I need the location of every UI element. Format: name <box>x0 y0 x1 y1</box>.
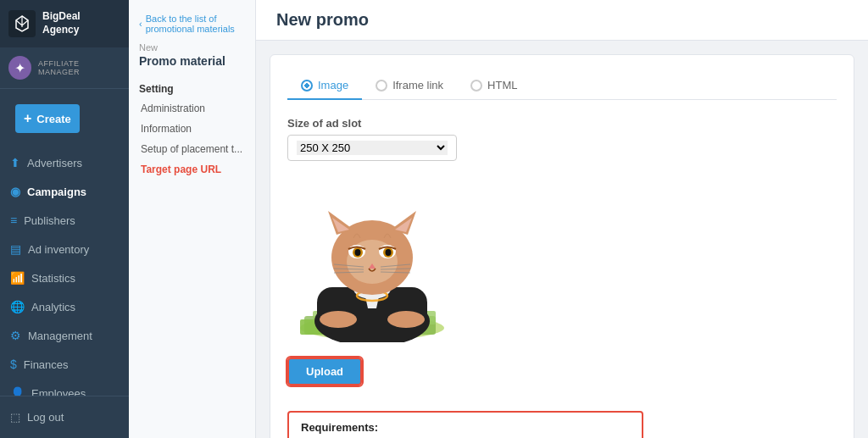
sidebar-logo: BigDeal Agency <box>0 0 129 47</box>
sub-sidebar-new-label: New <box>129 42 255 54</box>
sidebar-footer: ⬚ Log out <box>0 396 129 438</box>
campaigns-icon: ◉ <box>10 185 20 198</box>
sidebar-item-advertisers[interactable]: ⬆ Advertisers <box>0 148 129 177</box>
upload-button[interactable]: Upload <box>287 358 362 385</box>
sidebar-item-publishers[interactable]: ≡ Publishers <box>0 206 129 235</box>
logout-button[interactable]: ⬚ Log out <box>0 403 129 431</box>
main-nav: ⬆ Advertisers ◉ Campaigns ≡ Publishers ▤… <box>0 148 129 396</box>
tab-image[interactable]: Image <box>287 72 362 100</box>
advertisers-icon: ⬆ <box>10 156 20 169</box>
requirements-box: Requirements: Format: png .jpg .jpeg .gi… <box>287 411 643 438</box>
logo-icon <box>8 10 36 37</box>
iframe-radio-icon <box>376 80 387 91</box>
sidebar-item-statistics[interactable]: 📶 Statistics <box>0 263 129 292</box>
analytics-icon: 🌐 <box>10 300 25 313</box>
svg-point-22 <box>386 249 392 256</box>
image-radio-icon <box>301 80 313 91</box>
sub-nav-item-administration[interactable]: Administration <box>129 98 255 119</box>
svg-point-31 <box>387 311 425 328</box>
sidebar: BigDeal Agency ✦ AFFILIATE MANAGER + Cre… <box>0 0 129 438</box>
affiliate-manager-section: ✦ AFFILIATE MANAGER <box>0 47 129 89</box>
tab-html[interactable]: HTML <box>457 72 531 100</box>
sub-sidebar: ‹ Back to the list of promotional materi… <box>129 0 256 438</box>
promo-tabs: Image Iframe link HTML <box>287 72 837 100</box>
affiliate-label: AFFILIATE MANAGER <box>38 59 120 76</box>
sidebar-item-employees[interactable]: 👤 Employees <box>0 379 129 396</box>
back-chevron-icon: ‹ <box>139 19 142 29</box>
back-link[interactable]: ‹ Back to the list of promotional materi… <box>129 8 255 42</box>
page-title: New promo <box>276 10 369 30</box>
image-preview-area: $100 $100 <box>287 175 837 344</box>
main-header: New promo <box>256 0 868 41</box>
plus-icon: + <box>24 111 31 126</box>
sub-nav-group-setting: Setting <box>129 78 255 98</box>
svg-point-21 <box>355 249 361 256</box>
create-button[interactable]: + Create <box>15 104 80 133</box>
sidebar-item-campaigns[interactable]: ◉ Campaigns <box>0 177 129 206</box>
ad-slot-label: Size of ad slot <box>287 117 837 130</box>
html-radio-icon <box>470 80 482 91</box>
requirements-title: Requirements: <box>301 421 630 434</box>
brand-name: BigDeal Agency <box>42 10 81 36</box>
ad-inventory-icon: ▤ <box>10 242 21 256</box>
content-area: Image Iframe link HTML Size of ad slot 2… <box>256 41 868 438</box>
management-icon: ⚙ <box>10 329 21 342</box>
sub-sidebar-main-title: Promo material <box>129 54 255 78</box>
cat-image: $100 $100 <box>287 177 457 342</box>
sidebar-item-ad-inventory[interactable]: ▤ Ad inventory <box>0 235 129 263</box>
ad-slot-dropdown[interactable]: 250 X 250 300 X 250 728 X 90 160 X 600 <box>297 141 448 155</box>
tab-iframe-link[interactable]: Iframe link <box>362 72 457 100</box>
sidebar-item-analytics[interactable]: 🌐 Analytics <box>0 292 129 321</box>
finances-icon: $ <box>10 358 17 371</box>
sub-nav-item-setup-placement[interactable]: Setup of placement t... <box>129 139 255 159</box>
employees-icon: 👤 <box>10 386 25 396</box>
svg-point-30 <box>320 311 357 328</box>
statistics-icon: 📶 <box>10 271 25 285</box>
main-content: New promo Image Iframe link HTML Si <box>256 0 868 438</box>
sub-nav-item-information[interactable]: Information <box>129 119 255 139</box>
logout-icon: ⬚ <box>10 411 20 424</box>
sub-nav-item-target-page-url[interactable]: Target page URL <box>129 159 255 180</box>
ad-slot-select[interactable]: 250 X 250 300 X 250 728 X 90 160 X 600 <box>287 135 457 161</box>
promo-card: Image Iframe link HTML Size of ad slot 2… <box>270 54 854 438</box>
affiliate-icon: ✦ <box>8 56 31 80</box>
publishers-icon: ≡ <box>10 213 17 227</box>
sidebar-item-finances[interactable]: $ Finances <box>0 350 129 379</box>
sidebar-item-management[interactable]: ⚙ Management <box>0 321 129 350</box>
